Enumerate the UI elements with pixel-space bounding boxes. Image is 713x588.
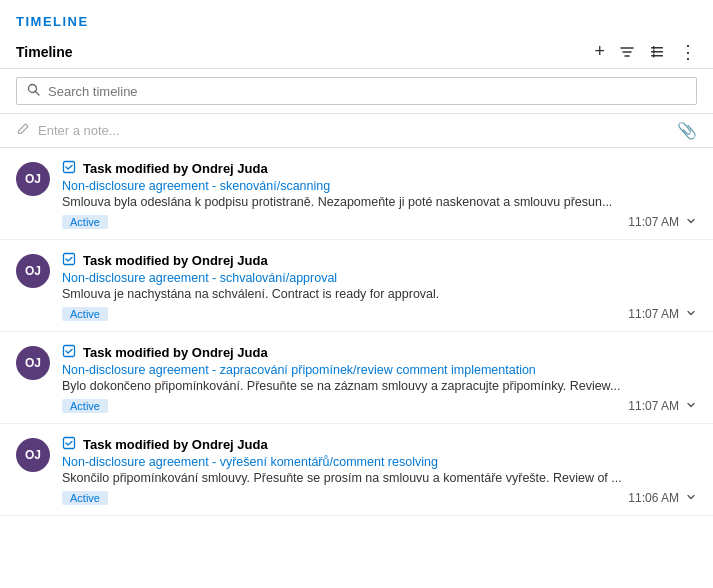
svg-rect-0 (651, 47, 663, 49)
timeline-list: OJ Task modified by Ondrej Juda Non-disc… (0, 148, 713, 516)
svg-rect-4 (653, 50, 655, 54)
chevron-down-icon[interactable] (685, 491, 697, 505)
note-input[interactable]: Enter a note... (38, 123, 669, 138)
item-header-row: Task modified by Ondrej Juda (62, 436, 697, 453)
search-input-wrap[interactable] (16, 77, 697, 105)
item-body: Bylo dokončeno připomínkování. Přesuňte … (62, 379, 697, 393)
time-label: 11:06 AM (628, 491, 679, 505)
task-icon (62, 252, 76, 269)
more-options-icon[interactable]: ⋮ (679, 43, 697, 61)
layout-icon[interactable] (649, 44, 665, 60)
svg-rect-1 (651, 51, 663, 53)
item-title: Task modified by Ondrej Juda (83, 437, 268, 452)
item-time: 11:07 AM (628, 215, 697, 229)
toolbar: Timeline + ⋮ (0, 35, 713, 69)
task-icon (62, 436, 76, 453)
svg-rect-3 (653, 46, 655, 50)
search-bar (0, 69, 713, 114)
svg-rect-9 (64, 254, 75, 265)
item-content: Task modified by Ondrej Juda Non-disclos… (62, 344, 697, 413)
item-time: 11:06 AM (628, 491, 697, 505)
time-label: 11:07 AM (628, 399, 679, 413)
search-icon (27, 83, 40, 99)
item-header-row: Task modified by Ondrej Juda (62, 160, 697, 177)
item-body: Smlouva byla odeslána k podpisu protistr… (62, 195, 697, 209)
page-title: TIMELINE (16, 14, 89, 29)
item-time: 11:07 AM (628, 399, 697, 413)
timeline-item: OJ Task modified by Ondrej Juda Non-disc… (0, 424, 713, 516)
time-label: 11:07 AM (628, 307, 679, 321)
item-subtitle: Non-disclosure agreement - schvalování/a… (62, 271, 697, 285)
add-button[interactable]: + (594, 41, 605, 62)
timeline-item: OJ Task modified by Ondrej Juda Non-disc… (0, 332, 713, 424)
task-icon (62, 160, 76, 177)
svg-rect-2 (651, 55, 663, 57)
timeline-item: OJ Task modified by Ondrej Juda Non-disc… (0, 240, 713, 332)
item-title: Task modified by Ondrej Juda (83, 161, 268, 176)
item-content: Task modified by Ondrej Juda Non-disclos… (62, 160, 697, 229)
item-title: Task modified by Ondrej Juda (83, 253, 268, 268)
item-subtitle: Non-disclosure agreement - skenování/sca… (62, 179, 697, 193)
status-badge: Active (62, 399, 108, 413)
note-bar: Enter a note... 📎 (0, 114, 713, 148)
attach-icon[interactable]: 📎 (677, 121, 697, 140)
item-footer: Active 11:06 AM (62, 491, 697, 505)
pencil-icon (16, 122, 30, 139)
item-footer: Active 11:07 AM (62, 215, 697, 229)
toolbar-icons: + ⋮ (594, 41, 697, 62)
chevron-down-icon[interactable] (685, 399, 697, 413)
chevron-down-icon[interactable] (685, 215, 697, 229)
item-subtitle: Non-disclosure agreement - zapracování p… (62, 363, 697, 377)
task-icon (62, 344, 76, 361)
item-title: Task modified by Ondrej Juda (83, 345, 268, 360)
svg-rect-8 (64, 162, 75, 173)
status-badge: Active (62, 215, 108, 229)
svg-rect-10 (64, 346, 75, 357)
avatar: OJ (16, 162, 50, 196)
status-badge: Active (62, 307, 108, 321)
item-subtitle: Non-disclosure agreement - vyřešení kome… (62, 455, 697, 469)
time-label: 11:07 AM (628, 215, 679, 229)
item-time: 11:07 AM (628, 307, 697, 321)
timeline-item: OJ Task modified by Ondrej Juda Non-disc… (0, 148, 713, 240)
chevron-down-icon[interactable] (685, 307, 697, 321)
item-content: Task modified by Ondrej Juda Non-disclos… (62, 252, 697, 321)
page-header: TIMELINE (0, 0, 713, 35)
avatar: OJ (16, 254, 50, 288)
svg-line-7 (36, 92, 40, 96)
avatar: OJ (16, 438, 50, 472)
item-body: Smlouva je nachystána na schválení. Cont… (62, 287, 697, 301)
filter-icon[interactable] (619, 44, 635, 60)
item-footer: Active 11:07 AM (62, 399, 697, 413)
item-header-row: Task modified by Ondrej Juda (62, 344, 697, 361)
item-footer: Active 11:07 AM (62, 307, 697, 321)
svg-rect-5 (653, 54, 655, 58)
item-body: Skončilo připomínkování smlouvy. Přesuňt… (62, 471, 697, 485)
svg-rect-11 (64, 438, 75, 449)
toolbar-title: Timeline (16, 44, 73, 60)
avatar: OJ (16, 346, 50, 380)
status-badge: Active (62, 491, 108, 505)
item-content: Task modified by Ondrej Juda Non-disclos… (62, 436, 697, 505)
item-header-row: Task modified by Ondrej Juda (62, 252, 697, 269)
search-input[interactable] (48, 84, 686, 99)
